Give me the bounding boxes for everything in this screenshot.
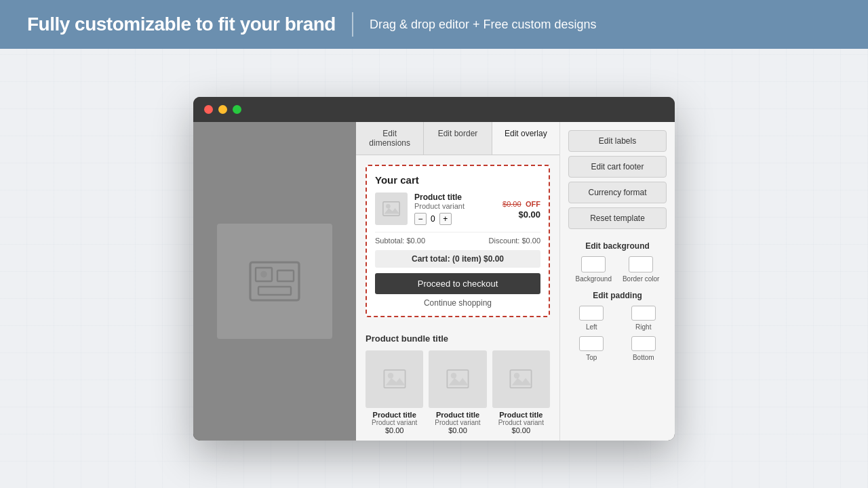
continue-shopping-link[interactable]: Continue shopping bbox=[375, 298, 540, 308]
bundle-p2-title: Product title bbox=[429, 411, 486, 419]
banner-divider bbox=[352, 12, 353, 37]
top-banner: Fully customizable to fit your brand Dra… bbox=[0, 0, 868, 49]
banner-subtitle: Drag & drop editor + Free custom designs bbox=[370, 18, 597, 32]
cart-totals: Subtotal: $0.00 Discount: $0.00 bbox=[375, 232, 540, 245]
svg-marker-16 bbox=[512, 378, 532, 386]
padding-left-input[interactable] bbox=[579, 306, 604, 321]
quantity-control: − 0 + bbox=[414, 213, 496, 225]
qty-value: 0 bbox=[431, 214, 435, 224]
product-title-text: Product title bbox=[414, 192, 496, 202]
currency-format-button[interactable]: Currency format bbox=[568, 182, 667, 203]
right-panel: Edit labels Edit cart footer Currency fo… bbox=[559, 122, 675, 441]
bundle-p3-title: Product title bbox=[492, 411, 550, 419]
product-variant-text: Product variant bbox=[414, 202, 496, 210]
editor-scroll[interactable]: Your cart bbox=[356, 155, 559, 441]
editor-area: Edit dimensions Edit border Edit overlay… bbox=[356, 122, 559, 441]
bundle-thumb-1 bbox=[366, 350, 423, 408]
padding-grid: Left Right Top Bottom bbox=[568, 306, 667, 361]
product-thumbnail bbox=[375, 192, 408, 225]
bundle-p2-variant: Product variant bbox=[429, 419, 486, 426]
mac-minimize-btn[interactable] bbox=[218, 105, 227, 114]
background-color-swatch[interactable] bbox=[581, 256, 606, 272]
padding-left: Left bbox=[568, 306, 615, 331]
banner-title: Fully customizable to fit your brand bbox=[27, 14, 336, 35]
padding-top-label: Top bbox=[586, 354, 597, 361]
border-color-swatch[interactable] bbox=[629, 256, 653, 272]
background-swatch-group: Background bbox=[576, 256, 612, 283]
reset-template-button[interactable]: Reset template bbox=[568, 207, 667, 229]
page-background: Edit dimensions Edit border Edit overlay… bbox=[0, 49, 868, 488]
tab-border[interactable]: Edit border bbox=[424, 122, 492, 155]
cart-title: Your cart bbox=[375, 174, 540, 186]
bundle-product-1: Product title Product variant $0.00 bbox=[366, 350, 423, 434]
background-color-label: Background bbox=[576, 275, 612, 283]
background-section-title: Edit background bbox=[568, 241, 667, 251]
bundle-product-3: Product title Product variant $0.00 bbox=[492, 350, 550, 434]
padding-top-input[interactable] bbox=[579, 336, 604, 351]
svg-marker-7 bbox=[384, 208, 399, 214]
bundle-p1-variant: Product variant bbox=[366, 419, 423, 426]
price-strikethrough: $0.00 bbox=[502, 200, 521, 208]
padding-bottom: Bottom bbox=[620, 336, 667, 361]
svg-marker-10 bbox=[385, 378, 405, 386]
padding-right: Right bbox=[620, 306, 667, 331]
cart-total-line: Cart total: (0 item) $0.00 bbox=[375, 250, 540, 268]
subtotal-val: $0.00 bbox=[406, 237, 425, 245]
background-color-row: Background Border color bbox=[568, 256, 667, 283]
bundle-p2-price: $0.00 bbox=[429, 426, 486, 434]
edit-cart-footer-button[interactable]: Edit cart footer bbox=[568, 156, 667, 178]
svg-point-9 bbox=[387, 373, 393, 378]
window-content: Edit dimensions Edit border Edit overlay… bbox=[193, 122, 675, 441]
price-off-label: OFF bbox=[526, 200, 540, 208]
tab-dimensions[interactable]: Edit dimensions bbox=[356, 122, 424, 155]
cart-dashed-border: Your cart bbox=[366, 165, 550, 317]
cart-total-val: $0.00 bbox=[484, 254, 504, 264]
tab-overlay[interactable]: Edit overlay bbox=[492, 122, 559, 155]
border-color-swatch-group: Border color bbox=[623, 256, 659, 283]
svg-point-15 bbox=[514, 373, 519, 378]
placeholder-image bbox=[217, 224, 332, 339]
price-current: $0.00 bbox=[502, 209, 540, 220]
bundle-product-2: Product title Product variant $0.00 bbox=[429, 350, 486, 434]
discount-label: Discount: $0.00 bbox=[489, 237, 540, 245]
product-price-row: $0.00 OFF $0.00 bbox=[502, 197, 540, 220]
mac-close-btn[interactable] bbox=[204, 105, 213, 114]
bundle-thumb-3 bbox=[492, 350, 550, 408]
padding-top: Top bbox=[568, 336, 615, 361]
bundle-p1-price: $0.00 bbox=[366, 426, 423, 434]
bundle-p3-variant: Product variant bbox=[492, 419, 550, 426]
edit-labels-button[interactable]: Edit labels bbox=[568, 130, 667, 152]
svg-marker-13 bbox=[449, 378, 469, 386]
svg-point-4 bbox=[260, 270, 267, 277]
tab-bar: Edit dimensions Edit border Edit overlay bbox=[356, 122, 559, 155]
left-sidebar bbox=[193, 122, 356, 441]
mac-titlebar bbox=[193, 97, 675, 122]
mac-maximize-btn[interactable] bbox=[233, 105, 241, 114]
subtotal-label: Subtotal: $0.00 bbox=[375, 237, 425, 245]
qty-decrement[interactable]: − bbox=[414, 213, 427, 225]
product-info: Product title Product variant − 0 + bbox=[414, 192, 496, 225]
bundle-p3-price: $0.00 bbox=[492, 426, 550, 434]
bundle-thumb-2 bbox=[429, 350, 486, 408]
svg-rect-2 bbox=[277, 270, 294, 281]
bundle-p1-title: Product title bbox=[366, 411, 423, 419]
svg-rect-3 bbox=[258, 287, 291, 295]
padding-bottom-label: Bottom bbox=[633, 354, 654, 361]
padding-right-label: Right bbox=[635, 323, 651, 331]
svg-point-6 bbox=[386, 204, 391, 209]
cart-panel: Your cart bbox=[356, 155, 559, 333]
bundle-title: Product bundle title bbox=[366, 333, 550, 344]
padding-right-input[interactable] bbox=[631, 306, 656, 321]
cart-item: Product title Product variant − 0 + bbox=[375, 192, 540, 225]
checkout-button[interactable]: Proceed to checkout bbox=[375, 273, 540, 294]
mac-window: Edit dimensions Edit border Edit overlay… bbox=[193, 97, 675, 441]
svg-point-12 bbox=[451, 373, 456, 378]
border-color-label: Border color bbox=[623, 275, 659, 283]
qty-increment[interactable]: + bbox=[439, 213, 452, 225]
bundle-products: Product title Product variant $0.00 bbox=[366, 350, 550, 434]
bundle-section: Product bundle title bbox=[356, 333, 559, 441]
padding-section-title: Edit padding bbox=[568, 291, 667, 300]
padding-bottom-input[interactable] bbox=[631, 336, 656, 351]
padding-left-label: Left bbox=[586, 323, 597, 331]
